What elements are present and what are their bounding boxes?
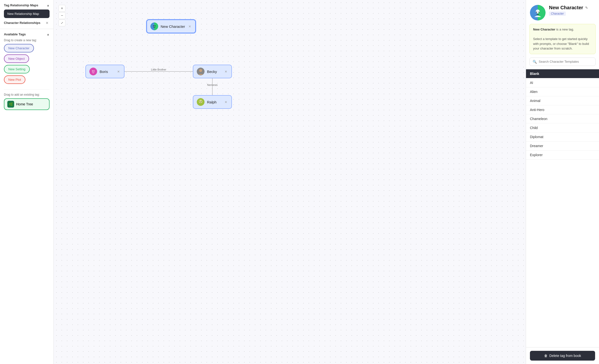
character-badge: Character xyxy=(549,11,566,16)
fit-button[interactable]: ⤢ xyxy=(59,20,65,26)
template-item-alien[interactable]: Alien xyxy=(526,87,599,96)
template-search-box[interactable]: 🔍 xyxy=(529,58,596,66)
svg-point-10 xyxy=(92,71,93,71)
template-search-input[interactable] xyxy=(539,60,592,63)
node-avatar-ralph xyxy=(197,98,205,106)
template-item-blank[interactable]: Blank xyxy=(526,69,599,78)
home-tree-label: Home Tree xyxy=(16,102,33,106)
panel-footer: 🗑 Delete tag from book xyxy=(526,347,599,364)
template-item-anti-hero[interactable]: Anti-Hero xyxy=(526,105,599,114)
svg-point-23 xyxy=(538,12,539,13)
left-sidebar: Tag Relationship Maps ▲ New Relationship… xyxy=(0,0,54,364)
template-item-explorer[interactable]: Explorer xyxy=(526,151,599,160)
node-label-boris: Boris xyxy=(100,70,114,74)
panel-title-area: New Character ✎ Character xyxy=(549,5,595,16)
delete-tag-button[interactable]: 🗑 Delete tag from book xyxy=(530,351,595,361)
new-plot-tag[interactable]: New Plot xyxy=(4,75,25,84)
tag-maps-section: Tag Relationship Maps ▲ New Relationship… xyxy=(0,0,53,29)
node-becky[interactable]: Becky✕ xyxy=(193,65,232,78)
node-label-ralph: Ralph xyxy=(207,100,221,104)
node-avatar-becky xyxy=(197,68,205,75)
panel-title: New Character ✎ xyxy=(549,5,595,10)
node-close-boris[interactable]: ✕ xyxy=(116,69,121,74)
canvas-controls: + − ⤢ xyxy=(59,5,65,26)
new-character-tag[interactable]: New Character xyxy=(4,44,34,52)
right-panel: New Character ✎ Character New Character … xyxy=(526,0,599,364)
node-new-character[interactable]: New Character✕ xyxy=(146,20,196,33)
home-tree-icon: 🌿 xyxy=(7,101,14,108)
svg-point-21 xyxy=(536,10,540,13)
active-map-label: Character Relationships xyxy=(4,21,41,25)
svg-point-16 xyxy=(200,101,200,102)
zoom-in-button[interactable]: + xyxy=(59,5,65,12)
node-close-new-character[interactable]: ✕ xyxy=(187,24,192,29)
edit-character-icon[interactable]: ✎ xyxy=(585,6,588,10)
node-close-ralph[interactable]: ✕ xyxy=(224,100,228,104)
template-list: BlankAIAlienAnimalAnti-HeroChameleonChil… xyxy=(526,69,599,347)
node-ralph[interactable]: Ralph✕ xyxy=(193,95,232,109)
template-item-animal[interactable]: Animal xyxy=(526,96,599,105)
tag-maps-header[interactable]: Tag Relationship Maps ▲ xyxy=(4,3,50,7)
trash-icon: 🗑 xyxy=(544,354,547,358)
new-object-tag[interactable]: New Object xyxy=(4,54,29,63)
node-avatar-new-character xyxy=(150,22,158,30)
new-relationship-button[interactable]: New Relationship Map xyxy=(4,10,50,18)
node-close-becky[interactable]: ✕ xyxy=(224,69,228,74)
info-character-name: New Character xyxy=(533,28,555,31)
node-boris[interactable]: Boris✕ xyxy=(85,65,124,78)
delete-btn-label: Delete tag from book xyxy=(549,354,581,358)
active-map-item: Character Relationships ✕ xyxy=(4,20,50,25)
template-item-diplomat[interactable]: Diplomat xyxy=(526,132,599,142)
tag-maps-chevron: ▲ xyxy=(47,4,50,7)
available-tags-header: Available Tags ▲ xyxy=(4,32,50,36)
node-label-new-character: New Character xyxy=(161,24,185,29)
drag-existing-label: Drag to add an existing tag: xyxy=(4,93,50,96)
info-is-new-tag: is a new tag. xyxy=(555,28,574,31)
node-avatar-boris xyxy=(89,68,97,75)
info-description: Select a template to get started quickly… xyxy=(533,37,589,50)
panel-header: New Character ✎ Character xyxy=(526,0,599,24)
main-canvas[interactable]: + − ⤢ Little BrotherNemesis New Characte… xyxy=(54,0,526,364)
svg-point-7 xyxy=(153,25,154,26)
available-tags-chevron: ▲ xyxy=(47,33,50,36)
available-tags-section: Available Tags ▲ Drag to create a new ta… xyxy=(0,29,53,364)
svg-point-9 xyxy=(89,68,97,75)
character-name-title: New Character xyxy=(549,5,583,10)
drag-new-label: Drag to create a new tag: xyxy=(4,39,50,42)
template-item-child[interactable]: Child xyxy=(526,123,599,132)
svg-point-17 xyxy=(201,101,202,102)
node-label-becky: Becky xyxy=(207,70,221,74)
svg-point-22 xyxy=(536,12,537,13)
svg-point-13 xyxy=(199,69,202,72)
svg-point-8 xyxy=(155,25,155,26)
panel-info-box: New Character is a new tag. Select a tem… xyxy=(529,24,596,54)
search-icon: 🔍 xyxy=(533,60,537,64)
template-item-chameleon[interactable]: Chameleon xyxy=(526,114,599,123)
home-tree-tag[interactable]: 🌿 Home Tree xyxy=(4,98,50,110)
new-setting-tag[interactable]: New Setting xyxy=(4,65,30,73)
svg-point-11 xyxy=(93,71,94,71)
panel-avatar xyxy=(530,5,546,20)
template-item-dreamer[interactable]: Dreamer xyxy=(526,142,599,151)
zoom-out-button[interactable]: − xyxy=(59,12,65,19)
avatar-svg xyxy=(530,5,546,20)
template-item-ai[interactable]: AI xyxy=(526,78,599,87)
close-map-button[interactable]: ✕ xyxy=(45,20,50,25)
